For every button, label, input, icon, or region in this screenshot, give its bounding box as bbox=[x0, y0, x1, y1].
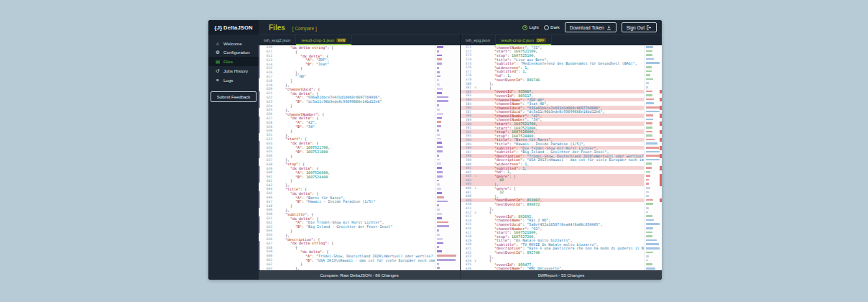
left-editor-panel: tvh_epg2.jsonresult-cmp-1.jsonRAW 610"dx… bbox=[259, 35, 460, 270]
minimap-bar bbox=[437, 67, 439, 69]
fold-icon[interactable]: ∨ bbox=[473, 86, 478, 89]
minimap-bar bbox=[437, 163, 441, 165]
fold-icon[interactable]: ∨ bbox=[473, 186, 478, 190]
theme-dark-radio[interactable]: Dark bbox=[544, 25, 560, 30]
tab-tvh_epg2.json[interactable]: tvh_epg2.json bbox=[259, 35, 296, 45]
line-number: 418 bbox=[461, 234, 473, 238]
line-number: 623 bbox=[262, 100, 274, 104]
ruler-mark bbox=[660, 130, 662, 134]
line-number: 642 bbox=[262, 179, 274, 183]
line-number: 645 bbox=[262, 191, 274, 195]
tab-tvh_epg.json[interactable]: tvh_epg.json bbox=[461, 35, 496, 45]
line-number: 419 bbox=[461, 239, 473, 242]
line-number: 653 bbox=[262, 225, 274, 229]
line-number: 659 bbox=[262, 250, 274, 253]
minimap-bar bbox=[646, 187, 650, 189]
right-status: DiffReport - 53 Changes bbox=[460, 271, 662, 280]
line-number: 424 bbox=[461, 259, 473, 262]
minimap-bar bbox=[437, 113, 443, 115]
minimap-bar bbox=[437, 183, 440, 186]
fold-icon[interactable]: ∨ bbox=[473, 211, 478, 214]
minimap-bar bbox=[646, 163, 652, 165]
sidebar-item-label: Files bbox=[223, 59, 233, 64]
line-number: 415 bbox=[461, 222, 473, 226]
minimap-bar bbox=[646, 255, 649, 257]
line-number: 409 bbox=[461, 198, 473, 202]
minimap-bar bbox=[437, 263, 439, 265]
line-number: 412 bbox=[461, 211, 473, 214]
sidebar-item-jobs-history[interactable]: ↺Jobs History bbox=[208, 66, 259, 76]
minimap-bar bbox=[437, 92, 442, 94]
code-line[interactable]: 663}, bbox=[259, 266, 435, 270]
tab-result-cmp-2.json[interactable]: result-cmp-2.jsonDIFF bbox=[496, 35, 552, 45]
ruler-mark bbox=[660, 182, 662, 186]
minimap-bar bbox=[646, 62, 660, 64]
minimap-bar bbox=[437, 229, 439, 232]
code-line[interactable]: 426"channelName": "RMC Découverte", bbox=[461, 267, 645, 270]
sidebar-item-welcome[interactable]: ⌂Welcome bbox=[208, 39, 259, 47]
fold-icon[interactable]: ∨ bbox=[473, 259, 478, 262]
minimap-bar bbox=[646, 58, 654, 60]
minimap-bar bbox=[646, 151, 660, 153]
minimap-bar bbox=[646, 142, 657, 145]
minimap-bar bbox=[437, 171, 443, 173]
minimap-bar bbox=[646, 159, 660, 161]
line-number: 635 bbox=[262, 150, 274, 153]
left-code-area[interactable]: 610"dx_delta_string": [611{612"dx_delta"… bbox=[259, 45, 460, 270]
page-title: Files bbox=[269, 24, 285, 32]
ruler-mark bbox=[660, 98, 662, 102]
minimap-bar bbox=[646, 235, 652, 237]
line-number: 610 bbox=[262, 45, 274, 49]
line-number: 402 bbox=[461, 170, 473, 174]
minimap-bar bbox=[437, 192, 442, 194]
download-token-button[interactable]: Download Token bbox=[565, 22, 617, 32]
app-body: ⌂Welcome⚙Configuration▤Files↺Jobs Histor… bbox=[208, 35, 662, 280]
line-number: 391 bbox=[461, 126, 473, 129]
line-number: 421 bbox=[461, 247, 473, 250]
minimap-bar bbox=[437, 50, 439, 52]
minimap-bar bbox=[437, 242, 443, 244]
left-minimap[interactable] bbox=[435, 45, 460, 270]
tab-result-cmp-1.json[interactable]: result-cmp-1.jsonRAW bbox=[296, 35, 352, 45]
minimap-bar bbox=[646, 86, 648, 88]
minimap-bar bbox=[437, 175, 443, 178]
submit-feedback-button[interactable]: Submit Feedback bbox=[211, 91, 257, 102]
line-number: 654 bbox=[262, 229, 274, 232]
code-text: "channelName": "RMC Découverte", bbox=[478, 266, 645, 270]
line-number: 660 bbox=[262, 254, 274, 257]
sign-out-button[interactable]: Sign Out bbox=[622, 22, 657, 32]
minimap-bar bbox=[437, 234, 440, 236]
minimap-bar bbox=[646, 171, 650, 173]
sign-out-icon bbox=[647, 25, 652, 30]
ruler-mark bbox=[660, 154, 662, 158]
line-number: 646 bbox=[262, 196, 274, 199]
minimap-bar bbox=[646, 66, 652, 68]
sidebar-item-logs[interactable]: ≡Logs bbox=[208, 76, 259, 84]
fold-icon[interactable]: ∨ bbox=[473, 174, 478, 178]
minimap-bar bbox=[437, 121, 441, 123]
minimap-bar bbox=[437, 255, 456, 257]
compare-link[interactable]: [ Compare ] bbox=[292, 26, 317, 31]
line-number: 380 bbox=[461, 82, 473, 86]
tab-label: tvh_epg2.json bbox=[264, 38, 290, 42]
line-number: 372 bbox=[461, 50, 473, 53]
theme-light-radio[interactable]: Light bbox=[522, 25, 539, 30]
main-area: tvh_epg2.jsonresult-cmp-1.jsonRAW 610"dx… bbox=[259, 35, 662, 280]
minimap-bar bbox=[646, 215, 652, 217]
minimap-bar bbox=[646, 227, 653, 229]
line-number: 378 bbox=[461, 73, 473, 77]
minimap-bar bbox=[437, 250, 442, 252]
line-number: 398 bbox=[461, 154, 473, 157]
line-number: 383 bbox=[461, 93, 473, 97]
sidebar-item-configuration[interactable]: ⚙Configuration bbox=[208, 47, 259, 57]
ruler-mark bbox=[660, 90, 662, 94]
sidebar-item-files[interactable]: ▤Files bbox=[208, 57, 259, 66]
right-tab-bar: tvh_epg.jsonresult-cmp-2.jsonDIFF bbox=[461, 35, 662, 45]
right-code-area[interactable]: 371"channelNumber": "31",372"start": 160… bbox=[461, 45, 662, 270]
right-minimap[interactable] bbox=[644, 45, 662, 270]
minimap-bar bbox=[437, 204, 439, 206]
minimap-bar bbox=[646, 139, 655, 141]
line-number: 619 bbox=[262, 83, 274, 87]
line-number: 392 bbox=[461, 130, 473, 134]
line-number: 373 bbox=[461, 53, 473, 57]
